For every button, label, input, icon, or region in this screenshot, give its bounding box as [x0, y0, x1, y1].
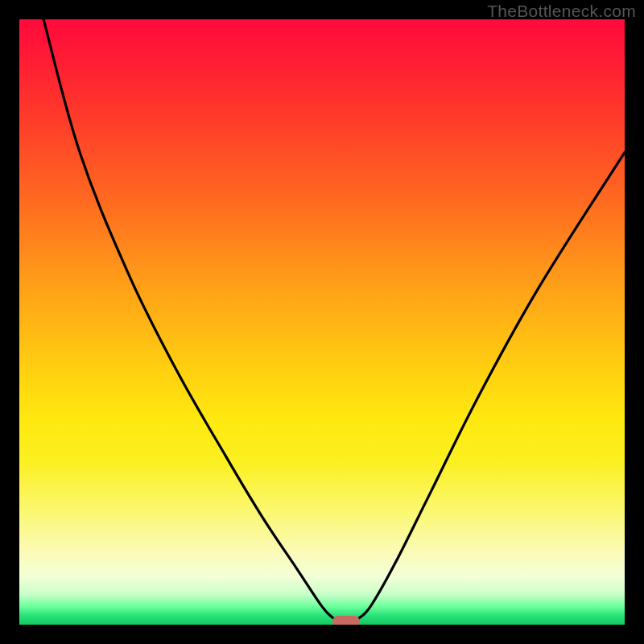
plot-area	[19, 19, 625, 625]
optimal-marker	[332, 616, 360, 625]
watermark-text: TheBottleneck.com	[487, 2, 636, 21]
bottleneck-curve	[43, 19, 625, 623]
chart-frame: TheBottleneck.com	[0, 0, 644, 644]
curve-svg	[19, 19, 625, 625]
